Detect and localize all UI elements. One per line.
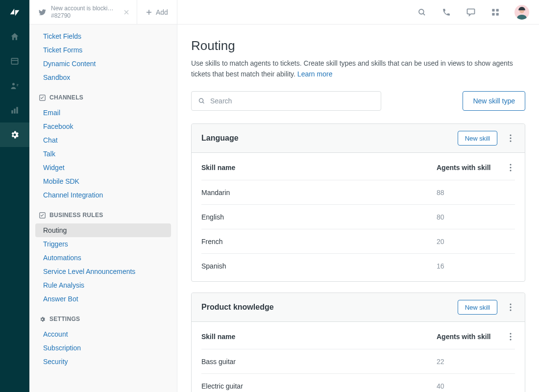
sidebar-link[interactable]: Rule Analysis [35,278,171,292]
sidebar-link[interactable]: Triggers [35,237,171,251]
primary-nav-rail [0,0,29,392]
skill-count: 20 [437,238,500,245]
group-menu-button[interactable] [506,134,515,142]
sidebar-link[interactable]: Routing [35,223,171,237]
svg-rect-4 [14,109,15,114]
svg-point-20 [510,135,511,136]
svg-point-10 [419,9,424,14]
sidebar-section-heading: BUSINESS RULES [35,202,171,223]
group-menu-button[interactable] [506,303,515,311]
chat-button[interactable] [466,7,476,18]
search-button[interactable] [416,7,427,18]
table-row[interactable]: English80 [201,205,515,229]
sidebar-link[interactable]: Widget [35,161,171,174]
skill-search-input[interactable] [191,91,381,111]
sidebar-link[interactable]: Mobile SDK [35,174,171,188]
gear-icon [39,316,46,322]
tab-title: New account is blocking... [51,5,115,12]
tab-close-button[interactable] [122,8,130,16]
sidebar-link[interactable]: Sandbox [35,71,171,84]
skill-count: 88 [437,189,500,196]
svg-point-22 [510,141,511,142]
sidebar-link[interactable]: Facebook [35,120,171,133]
talk-button[interactable] [441,7,452,18]
table-header-row: Skill nameAgents with skill [201,155,515,180]
svg-rect-3 [11,110,13,114]
svg-point-27 [510,307,511,308]
table-row[interactable]: Mandarin88 [201,180,515,205]
top-bar: New account is blocking... #82790 Add [29,0,539,24]
skill-table: Skill nameAgents with skillBass guitar22… [192,322,525,392]
sidebar-link[interactable]: Email [35,106,171,120]
skill-count: 16 [437,262,500,270]
sidebar-link[interactable]: Dynamic Content [35,57,171,71]
learn-more-link[interactable]: Learn more [297,70,333,78]
skill-group-title: Language [201,134,458,143]
skill-group: LanguageNew skillSkill nameAgents with s… [191,123,525,282]
table-menu-button[interactable] [506,333,515,341]
svg-rect-15 [496,13,499,15]
skill-table: Skill nameAgents with skillMandarin88Eng… [192,153,525,281]
svg-point-25 [510,170,511,171]
sidebar-link[interactable]: Chat [35,133,171,147]
nav-views[interactable] [0,49,29,74]
sidebar-link[interactable]: Ticket Forms [35,43,171,57]
svg-point-30 [510,336,511,337]
nav-home[interactable] [0,24,29,49]
new-skill-button[interactable]: New skill [458,131,497,146]
sidebar-link[interactable]: Talk [35,147,171,161]
main-content: Routing Use skills to match agents to ti… [177,24,539,392]
sidebar-link[interactable]: Service Level Announcements [35,265,171,278]
brand-logo[interactable] [0,0,29,24]
table-menu-button[interactable] [506,164,515,172]
sidebar-link[interactable]: Subscription [35,341,171,355]
table-row[interactable]: French20 [201,229,515,254]
table-row[interactable]: Spanish16 [201,254,515,278]
table-header-row: Skill nameAgents with skill [201,324,515,349]
add-tab-label: Add [156,8,168,16]
profile-avatar[interactable] [514,5,529,20]
skill-count: 40 [437,382,500,390]
col-header-count: Agents with skill [437,164,500,172]
table-row[interactable]: Bass guitar22 [201,349,515,374]
skill-count: 80 [437,213,500,221]
skill-name: English [201,213,437,221]
plus-icon [146,9,152,15]
nav-reporting[interactable] [0,98,29,122]
svg-point-29 [510,333,511,334]
add-tab-button[interactable]: Add [137,0,177,24]
svg-point-26 [510,304,511,305]
new-skill-type-button[interactable]: New skill type [463,91,525,111]
apps-button[interactable] [490,7,501,18]
skill-group-header: LanguageNew skill [192,124,525,153]
new-skill-button[interactable]: New skill [458,300,497,315]
page-title: Routing [191,38,525,53]
svg-rect-13 [496,9,499,11]
skill-name: Spanish [201,262,437,270]
skill-name: Bass guitar [201,358,437,366]
sidebar-section-heading: SETTINGS [35,306,171,327]
sidebar-link[interactable]: Security [35,355,171,368]
svg-point-28 [510,310,511,311]
nav-customers[interactable] [0,74,29,98]
topbar-actions [416,0,539,24]
skill-name: Electric guitar [201,382,437,390]
col-header-name: Skill name [201,164,437,172]
col-header-name: Skill name [201,333,437,341]
sidebar-link[interactable]: Ticket Fields [35,29,171,43]
page-description: Use skills to match agents to tickets. C… [191,58,514,79]
svg-point-21 [510,138,511,139]
open-tab[interactable]: New account is blocking... #82790 [29,0,137,24]
svg-point-31 [510,339,511,340]
col-header-count: Agents with skill [437,333,500,341]
sidebar-link[interactable]: Account [35,327,171,341]
sidebar-link[interactable]: Automations [35,251,171,265]
nav-admin[interactable] [0,122,29,147]
skill-group: Product knowledgeNew skillSkill nameAgen… [191,293,525,392]
svg-rect-0 [11,58,18,64]
svg-rect-5 [16,107,18,113]
sidebar-link[interactable]: Channel Integration [35,188,171,202]
skill-group-header: Product knowledgeNew skill [192,293,525,322]
table-row[interactable]: Electric guitar40 [201,374,515,392]
sidebar-link[interactable]: Answer Bot [35,292,171,306]
